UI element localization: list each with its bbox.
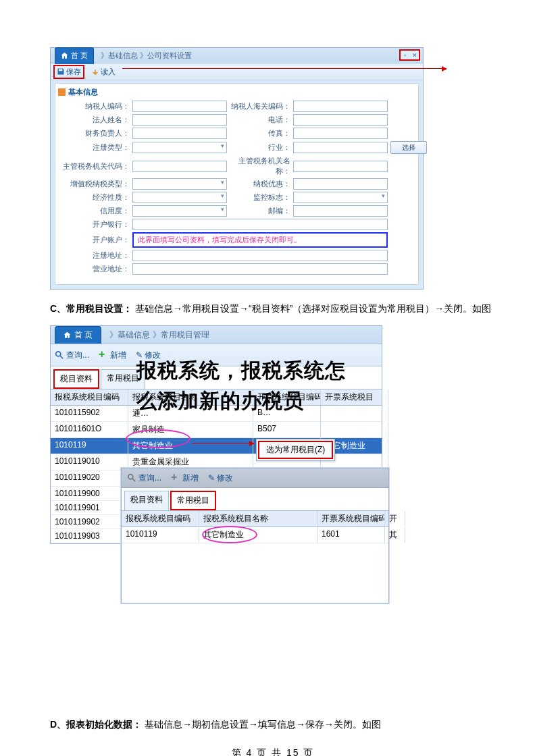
field-label: 纳税人编码： xyxy=(62,101,130,111)
table-row[interactable]: 101011601O家具制造B507 xyxy=(51,422,382,438)
search-icon xyxy=(55,350,64,360)
window-controls: ▫ ✕ xyxy=(399,49,420,61)
query-button[interactable]: 查询... xyxy=(55,350,89,361)
tax-category-composite: 报税系统，报税系统怎 么添加新的办税员 首 页 》基础信息 》常用税目管理 查询… xyxy=(50,325,388,600)
form-grid: 纳税人编码： 纳税人海关编码： 法人姓名： 电话： 财务负责人： 传真： 注册类… xyxy=(55,101,418,275)
home-icon xyxy=(61,52,68,59)
bank-field[interactable] xyxy=(132,219,388,230)
svg-point-2 xyxy=(128,475,133,479)
save-icon xyxy=(57,68,65,76)
table-row[interactable]: 1010119其它制造业1601其 xyxy=(122,527,388,543)
window-tabbar: 首 页 》基础信息 》公司资料设置 ▫ ✕ xyxy=(51,48,423,63)
callout-box: 此界面填写公司资料，填写完成后保存关闭即可。 xyxy=(132,232,388,248)
tab-common-tax[interactable]: 常用税目 xyxy=(101,369,145,389)
svg-point-0 xyxy=(56,352,61,356)
arrow-annotation xyxy=(192,443,254,443)
block-title-icon xyxy=(58,88,66,96)
toolbar: 查询... + 新增 ✎ 修改 xyxy=(51,344,382,367)
vat-type-select[interactable] xyxy=(132,178,227,190)
section-c-body: 基础信息→常用税目设置→“税目资料”（选择对应税目设置为常用税目）→关闭。如图 xyxy=(135,303,491,314)
svg-line-1 xyxy=(60,356,63,358)
pencil-icon: ✎ xyxy=(136,350,143,360)
tax-org-code-field[interactable] xyxy=(132,161,227,172)
tax-benefit-field[interactable] xyxy=(293,178,388,190)
common-tax-window: 查询... +新增 ✎修改 税目资料 常用税目 报税系统税目编码 报税系统税目名… xyxy=(121,468,389,603)
svg-line-3 xyxy=(132,479,135,481)
query-button[interactable]: 查询... xyxy=(127,473,161,484)
section-d-text: D、报表初始化数据： 基础信息→期初信息设置→填写信息→保存→关闭。如图 xyxy=(50,715,496,734)
grid-header: 报税系统税目编码 报税系统税目名称 开票系统税目编码 开票系统税目 xyxy=(51,389,382,406)
zip-field[interactable] xyxy=(293,205,388,217)
tab-tax-data[interactable]: 税目资料 xyxy=(53,369,99,389)
tab-tax-data[interactable]: 税目资料 xyxy=(124,491,169,510)
taxpayer-code-field[interactable] xyxy=(132,101,227,112)
document-page: 首 页 》基础信息 》公司资料设置 ▫ ✕ 保存 读入 基本信息 xyxy=(0,0,535,756)
biz-addr-field[interactable] xyxy=(132,263,388,275)
import-label: 读入 xyxy=(101,67,116,77)
industry-field[interactable] xyxy=(293,142,388,153)
edit-button[interactable]: ✎修改 xyxy=(208,473,233,484)
finance-field[interactable] xyxy=(132,128,227,139)
section-c-title: C、常用税目设置： xyxy=(50,303,132,314)
window-tabbar: 首 页 》基础信息 》常用税目管理 xyxy=(51,326,382,344)
toolbar: 保存 读入 xyxy=(51,63,423,80)
legal-name-field[interactable] xyxy=(132,114,227,126)
toolbar: 查询... +新增 ✎修改 xyxy=(122,468,388,488)
phone-field[interactable] xyxy=(293,114,388,126)
home-tab[interactable]: 首 页 xyxy=(55,47,94,64)
minimize-button[interactable]: ▫ xyxy=(401,51,409,59)
home-icon xyxy=(63,331,71,339)
import-icon xyxy=(91,68,99,76)
page-footer: 第 4 页 共 15 页 xyxy=(50,747,496,756)
tax-org-name-field[interactable] xyxy=(293,161,388,172)
section-c-text: C、常用税目设置： 基础信息→常用税目设置→“税目资料”（选择对应税目设置为常用… xyxy=(50,299,496,319)
context-set-common[interactable]: 选为常用税目(Z) xyxy=(258,441,333,459)
sub-tabs: 税目资料 常用税目 xyxy=(122,488,388,510)
choose-button[interactable]: 选择 xyxy=(390,141,427,154)
pencil-icon: ✎ xyxy=(208,473,215,483)
add-button[interactable]: +新增 xyxy=(171,473,199,484)
import-button[interactable]: 读入 xyxy=(88,66,118,78)
field-label: 纳税人海关编码： xyxy=(230,101,290,111)
monitor-select[interactable] xyxy=(293,192,388,203)
table-row[interactable]: 1010115902通…B… xyxy=(51,406,382,422)
close-button[interactable]: ✕ xyxy=(411,51,418,59)
breadcrumb: 》基础信息 》公司资料设置 xyxy=(101,51,192,61)
plus-icon: + xyxy=(171,473,180,483)
section-d-body: 基础信息→期初信息设置→填写信息→保存→关闭。如图 xyxy=(145,719,381,730)
section-d-title: D、报表初始化数据： xyxy=(50,719,142,730)
breadcrumb: 》基础信息 》常用税目管理 xyxy=(109,329,209,341)
customs-code-field[interactable] xyxy=(293,101,388,112)
home-tab[interactable]: 首 页 xyxy=(55,326,101,344)
reg-type-select[interactable] xyxy=(132,142,227,153)
home-tab-label: 首 页 xyxy=(71,51,88,61)
tab-common-tax[interactable]: 常用税目 xyxy=(170,491,216,510)
sub-tabs: 税目资料 常用税目 xyxy=(51,367,382,389)
plus-icon: + xyxy=(99,350,108,360)
company-info-window: 首 页 》基础信息 》公司资料设置 ▫ ✕ 保存 读入 基本信息 xyxy=(50,47,424,290)
grid-header: 报税系统税目编码 报税系统税目名称 开票系统税目编码 开 xyxy=(122,510,388,527)
add-button[interactable]: + 新增 xyxy=(99,350,126,361)
search-icon xyxy=(127,473,136,483)
edit-button[interactable]: ✎ 修改 xyxy=(136,350,161,361)
context-menu: 选为常用税目(Z) xyxy=(256,439,335,461)
save-label: 保存 xyxy=(66,67,81,77)
credit-select[interactable] xyxy=(132,205,227,217)
basic-info-block: 基本信息 纳税人编码： 纳税人海关编码： 法人姓名： 电话： 财务负责人： 传真… xyxy=(55,83,419,285)
economy-select[interactable] xyxy=(132,192,227,203)
block-title: 基本信息 xyxy=(58,87,415,97)
reg-addr-field[interactable] xyxy=(132,250,388,261)
save-button[interactable]: 保存 xyxy=(53,65,84,79)
fax-field[interactable] xyxy=(293,128,388,139)
